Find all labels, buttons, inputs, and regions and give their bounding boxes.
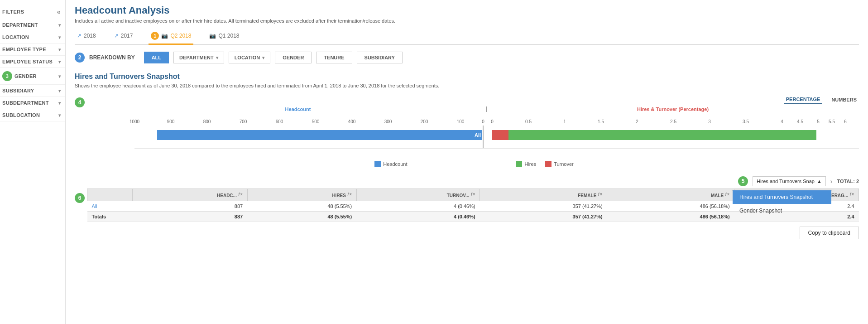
col-name-header <box>87 189 133 201</box>
breakdown-location-btn[interactable]: LOCATION ▾ <box>229 52 271 63</box>
svg-text:700: 700 <box>240 119 247 124</box>
gender-label: GENDER <box>14 73 37 79</box>
department-dropdown-icon: ▾ <box>216 55 218 60</box>
svg-text:1.5: 1.5 <box>598 119 604 124</box>
sidebar-header: FILTERS « <box>0 5 65 19</box>
svg-text:1000: 1000 <box>129 119 140 124</box>
breakdown-gender-btn[interactable]: GENDER <box>275 52 312 63</box>
headcount-legend: Headcount <box>374 161 407 167</box>
svg-rect-28 <box>508 130 816 140</box>
breakdown-subsidiary-btn[interactable]: SUBSIDIARY <box>357 52 403 63</box>
chart-legend: Headcount Hires Turnover <box>89 161 859 167</box>
svg-text:5: 5 <box>817 119 820 124</box>
sidebar-item-gender[interactable]: 3 GENDER ▾ <box>0 68 65 85</box>
col-male-header: MALE ƒx <box>607 189 734 201</box>
svg-text:0: 0 <box>482 119 484 124</box>
copy-section: Copy to clipboard <box>75 222 859 244</box>
tab-q1-2018-label: Q1 2018 <box>218 33 239 39</box>
breakdown-location-label: LOCATION <box>235 55 260 60</box>
chart-description: Shows the employee headcount as of June … <box>75 83 859 88</box>
row-all-headcount: 887 <box>133 201 248 212</box>
collapse-icon[interactable]: « <box>57 8 61 15</box>
chart-controls: PERCENTAGE NUMBERS <box>89 95 859 104</box>
svg-text:2.5: 2.5 <box>670 119 676 124</box>
trend-icon-2018: ↗ <box>77 33 82 39</box>
breakdown-department-btn[interactable]: DEPARTMENT ▾ <box>173 52 224 63</box>
svg-text:500: 500 <box>312 119 320 124</box>
snapshot-dropdown[interactable]: Hires and Turnovers Snap ▲ <box>753 176 826 186</box>
row-all-name[interactable]: All <box>87 201 133 212</box>
page-title: Headcount Analysis <box>75 5 859 16</box>
subdepartment-label: SUBDEPARTMENT <box>2 100 49 106</box>
breakdown-all-btn[interactable]: ALL <box>144 52 169 63</box>
headcount-header: Headcount <box>112 106 487 112</box>
subdepartment-arrow-icon: ▾ <box>58 101 61 106</box>
svg-text:400: 400 <box>348 119 356 124</box>
sidebar-item-employee-type[interactable]: EMPLOYEE TYPE ▾ <box>0 44 65 56</box>
trend-icon-2017: ↗ <box>114 33 119 39</box>
sidebar-item-department[interactable]: DEPARTMENT ▾ <box>0 19 65 31</box>
breakdown-row: 2 BREAKDOWN BY ALL DEPARTMENT ▾ LOCATION… <box>75 52 859 63</box>
turnover-legend: Turnover <box>545 161 574 167</box>
hires-legend-label: Hires <box>524 161 536 167</box>
snapshot-selected-label: Hires and Turnovers Snap <box>757 179 815 184</box>
numbers-toggle[interactable]: NUMBERS <box>829 96 859 104</box>
department-arrow-icon: ▾ <box>58 23 61 28</box>
sidebar-item-location[interactable]: LOCATION ▾ <box>0 31 65 44</box>
location-dropdown-icon: ▾ <box>262 55 264 60</box>
sublocation-arrow-icon: ▾ <box>58 113 61 118</box>
svg-text:3: 3 <box>708 119 711 124</box>
col-headcount-header: HEADC... ƒx <box>133 189 248 201</box>
gender-arrow-icon: ▾ <box>58 74 61 79</box>
sidebar-item-subdepartment[interactable]: SUBDEPARTMENT ▾ <box>0 97 65 109</box>
copy-to-clipboard-btn[interactable]: Copy to clipboard <box>800 227 859 239</box>
svg-text:0: 0 <box>491 119 494 124</box>
tab-q2-2018[interactable]: 1 📷 Q2 2018 <box>149 28 193 45</box>
svg-rect-27 <box>492 130 508 140</box>
camera-icon-q2: 📷 <box>161 33 168 39</box>
hires-color <box>516 161 522 167</box>
tab-q1-2018[interactable]: 📷 Q1 2018 <box>207 29 241 44</box>
row-totals-headcount: 887 <box>133 212 248 222</box>
svg-text:6: 6 <box>844 119 847 124</box>
tab-2017[interactable]: ↗ 2017 <box>112 29 135 44</box>
step3-badge: 3 <box>2 71 12 81</box>
tabs-row: ↗ 2018 ↗ 2017 1 📷 Q2 2018 📷 Q1 2018 <box>75 28 859 45</box>
svg-text:900: 900 <box>167 119 175 124</box>
headcount-legend-label: Headcount <box>383 161 407 167</box>
row-totals-female: 357 (41.27%) <box>480 212 607 222</box>
percentage-toggle[interactable]: PERCENTAGE <box>784 95 823 104</box>
step2-badge: 2 <box>75 53 85 63</box>
sublocation-label: SUBLOCATION <box>2 112 40 118</box>
sidebar-item-sublocation[interactable]: SUBLOCATION ▾ <box>0 109 65 121</box>
breakdown-tenure-btn[interactable]: TENURE <box>316 52 352 63</box>
bottom-controls: 5 Hires and Turnovers Snap ▲ › TOTAL: 2 … <box>75 176 859 186</box>
svg-text:300: 300 <box>384 119 392 124</box>
sidebar-item-subsidiary[interactable]: SUBSIDIARY ▾ <box>0 85 65 97</box>
main-content: Headcount Analysis Includes all active a… <box>66 0 868 324</box>
employee-status-arrow-icon: ▾ <box>58 59 61 64</box>
employee-status-label: EMPLOYEE STATUS <box>2 59 53 64</box>
snapshot-option-hires[interactable]: Hires and Turnovers Snapshot <box>733 190 831 204</box>
department-label: DEPARTMENT <box>2 22 38 28</box>
snapshot-option-gender[interactable]: Gender Snapshot <box>733 204 831 218</box>
headcount-color <box>374 161 381 167</box>
step6-badge: 6 <box>75 193 85 203</box>
turnover-legend-label: Turnover <box>554 161 574 167</box>
sidebar-item-employee-status[interactable]: EMPLOYEE STATUS ▾ <box>0 56 65 68</box>
breakdown-label: BREAKDOWN BY <box>89 54 135 61</box>
chart-area: Headcount Hires & Turnover (Percentage) … <box>89 106 859 156</box>
col-hires-header: HIRES ƒx <box>247 189 356 201</box>
svg-text:0.5: 0.5 <box>525 119 532 124</box>
svg-text:600: 600 <box>276 119 283 124</box>
camera-icon-q1: 📷 <box>209 33 216 39</box>
tab-2018[interactable]: ↗ 2018 <box>75 29 98 44</box>
row-totals-name: Totals <box>87 212 133 222</box>
subsidiary-arrow-icon: ▾ <box>58 88 61 93</box>
chart-svg: 1000 900 800 700 600 500 400 300 200 100… <box>89 114 859 155</box>
col-turnover-header: TURNOV... ƒx <box>356 189 480 201</box>
fx-icon-turnover: ƒx <box>470 192 475 196</box>
location-arrow-icon: ▾ <box>58 35 61 40</box>
svg-text:200: 200 <box>421 119 428 124</box>
row-all-turnover: 4 (0.46%) <box>356 201 480 212</box>
